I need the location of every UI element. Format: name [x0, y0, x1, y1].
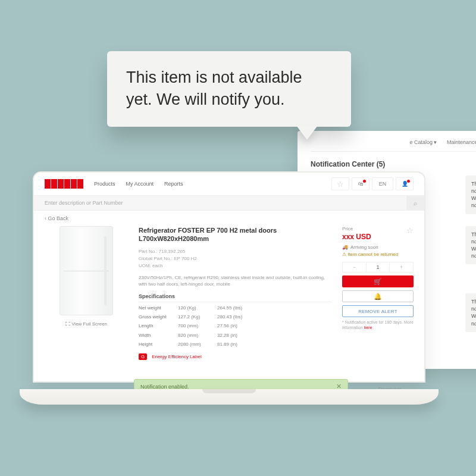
uom: UOM: each — [139, 262, 331, 270]
app-screen: Products My Account Reports ☆ 🛍 EN 👤 Ent… — [33, 171, 425, 383]
badge-dot — [407, 180, 410, 183]
panel-topnav: e Catalog ▾ Maintenance Supplier — [311, 139, 476, 152]
product-image-col: ⛶ View Full Screen — [45, 226, 128, 360]
primary-nav: Products My Account Reports — [94, 181, 183, 187]
remove-alert-button[interactable]: REMOVE ALERT — [342, 305, 414, 317]
spec-cell: 820 (mm) — [178, 331, 217, 340]
search-bar: Enter description or Part Number ⌕ — [34, 196, 424, 211]
badge-dot — [363, 180, 366, 183]
efficiency-badge: G — [139, 353, 147, 360]
callout-text: This item is not available yet. We will … — [126, 67, 332, 111]
spec-cell: 120 (Kg) — [178, 303, 217, 312]
cart-icon: 🛒 — [374, 278, 382, 286]
specs-table: Net weight120 (Kg)264.55 (lbs)Gross weig… — [139, 303, 331, 349]
brand-logo[interactable] — [45, 179, 83, 189]
spec-cell: 32.28 (in) — [217, 331, 256, 340]
search-icon: ⌕ — [414, 200, 417, 206]
truck-icon: 🚚 — [342, 245, 348, 250]
cart-button[interactable]: 🛍 — [352, 177, 369, 190]
lang-switch[interactable]: EN — [372, 177, 393, 190]
laptop-base — [20, 389, 439, 405]
favorites-button[interactable]: ☆ — [331, 177, 349, 190]
app-header: Products My Account Reports ☆ 🛍 EN 👤 — [34, 173, 424, 196]
product-details-col: Refrigerator FOSTER EP 700 H2 metal door… — [139, 226, 331, 360]
purchase-sidebar: Price xxx USD ☆ 🚚Arriving soon ⚠ Item ca… — [342, 226, 414, 360]
topnav-maintenance[interactable]: Maintenance Supplier — [447, 139, 476, 145]
topnav-catalog[interactable]: e Catalog ▾ — [409, 139, 437, 145]
price-label: Price — [342, 226, 406, 231]
spec-cell: 2080 (mm) — [178, 340, 217, 349]
bell-icon: 🔔 — [374, 293, 382, 300]
efficiency-link[interactable]: Energy Efficiency Label — [152, 354, 201, 359]
search-input[interactable]: Enter description or Part Number — [34, 196, 406, 210]
spec-cell: Gross weight — [139, 312, 178, 321]
account-button[interactable]: 👤 — [396, 177, 414, 190]
spec-cell: 264.55 (lbs) — [217, 303, 256, 312]
qty-plus[interactable]: + — [390, 262, 413, 272]
product-title: Refrigerator FOSTER EP 700 H2 metal door… — [139, 226, 331, 243]
secondary-button[interactable]: 🔔 — [342, 290, 414, 302]
notification-message: This item is not a... yet. We will notif… — [465, 226, 476, 265]
nav-reports[interactable]: Reports — [164, 181, 183, 187]
alert-info: * Notification active for 180 days. More… — [342, 320, 414, 330]
notification-message: This item is not a... yet. We will notif… — [465, 176, 476, 214]
product-image[interactable] — [60, 226, 113, 315]
energy-efficiency: G Energy Efficiency Label — [139, 353, 331, 360]
specs-heading: Specifications — [139, 293, 331, 302]
star-icon: ☆ — [337, 180, 344, 189]
qty-value: 1 — [367, 262, 390, 272]
spec-cell: Length — [139, 321, 178, 330]
spec-cell: 127.2 (Kg) — [178, 312, 217, 321]
product-meta: Part No.: 718.392.265 Global Part No.: E… — [139, 248, 331, 270]
view-fullscreen-link[interactable]: ⛶ View Full Screen — [45, 321, 128, 327]
toast-notification: Notification enabled. ✕ — [134, 379, 348, 383]
global-part-number: Global Part No.: EP 700 H2 — [139, 255, 331, 262]
price-value: xxx USD — [342, 233, 406, 241]
spec-cell: Net weight — [139, 303, 178, 312]
nav-myaccount[interactable]: My Account — [126, 181, 154, 187]
qty-minus[interactable]: − — [343, 262, 367, 272]
notification-message: This item is not a... yet. We will notif… — [465, 293, 476, 332]
product-description: 230V/50Hz/1Ph, CE, refrigerant R290, sta… — [139, 274, 331, 287]
spec-cell: Width — [139, 331, 178, 340]
go-back-link[interactable]: ‹ Go Back — [34, 211, 424, 226]
search-button[interactable]: ⌕ — [406, 196, 424, 210]
nav-products[interactable]: Products — [94, 181, 115, 187]
info-here-link[interactable]: here — [364, 325, 372, 330]
header-actions: ☆ 🛍 EN 👤 — [331, 177, 414, 190]
quantity-stepper[interactable]: − 1 + — [342, 262, 414, 273]
spec-cell: 81.89 (in) — [217, 340, 256, 349]
spec-cell: 280.43 (lbs) — [217, 312, 256, 321]
laptop-mockup: Products My Account Reports ☆ 🛍 EN 👤 Ent… — [33, 171, 425, 409]
callout-tail — [296, 126, 318, 140]
callout-tooltip: This item is not available yet. We will … — [107, 51, 351, 127]
spec-cell: 27.56 (in) — [217, 321, 256, 330]
add-to-cart-button[interactable]: 🛒 — [342, 275, 414, 287]
favorite-icon[interactable]: ☆ — [406, 226, 414, 235]
return-warning: ⚠ Item cannot be returned — [342, 252, 414, 257]
part-number: Part No.: 718.392.265 — [139, 248, 331, 255]
spec-cell: 700 (mm) — [178, 321, 217, 330]
spec-cell: Height — [139, 340, 178, 349]
shipping-status: 🚚Arriving soon — [342, 245, 414, 250]
product-content: ⛶ View Full Screen Refrigerator FOSTER E… — [34, 226, 424, 360]
